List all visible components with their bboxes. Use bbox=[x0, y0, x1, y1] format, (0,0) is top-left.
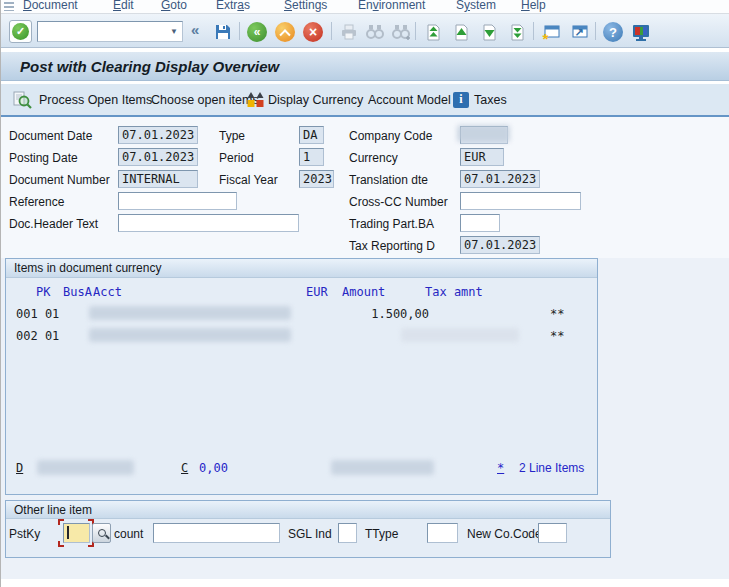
save-icon bbox=[214, 23, 232, 41]
menu-document[interactable]: Document bbox=[23, 0, 78, 13]
account-model-button[interactable]: Account Model bbox=[368, 84, 451, 115]
period-field[interactable]: 1 bbox=[299, 148, 324, 166]
translation-date-field[interactable]: 07.01.2023 bbox=[460, 170, 540, 188]
process-open-items-button[interactable]: Process Open Items bbox=[39, 84, 152, 115]
pstky-field[interactable] bbox=[63, 523, 90, 543]
sgl-ind-label: SGL Ind bbox=[288, 525, 332, 543]
create-shortcut-button[interactable]: ↗ bbox=[567, 21, 591, 43]
find-next-button[interactable] bbox=[389, 21, 413, 43]
credit-total-label[interactable]: C bbox=[181, 461, 188, 475]
window-menu-icon[interactable] bbox=[4, 2, 14, 11]
item-2-tax: ** bbox=[550, 329, 564, 343]
reference-field[interactable] bbox=[118, 192, 237, 210]
system-toolbar: ✓ ▼ « « × bbox=[1, 14, 729, 48]
last-page-button[interactable] bbox=[505, 21, 529, 43]
column-header-busa: BusA bbox=[63, 285, 92, 299]
monitor-icon bbox=[631, 23, 651, 42]
credit-total-value: 0,00 bbox=[199, 461, 228, 475]
line-items-count: 2 Line Items bbox=[519, 461, 584, 475]
sgl-ind-field[interactable] bbox=[338, 523, 357, 543]
type-label: Type bbox=[219, 127, 245, 145]
type-field[interactable]: DA bbox=[299, 126, 324, 144]
process-open-items-icon-button[interactable] bbox=[11, 84, 33, 115]
f4-search-button[interactable] bbox=[92, 523, 111, 543]
chevron-down-icon[interactable]: ▼ bbox=[166, 22, 182, 41]
cross-cc-number-field[interactable] bbox=[460, 192, 581, 210]
item-1-amount: 1.500,00 bbox=[329, 307, 429, 321]
trading-part-ba-label: Trading Part.BA bbox=[349, 215, 434, 233]
account-field[interactable] bbox=[153, 523, 280, 543]
menu-system[interactable]: System bbox=[456, 0, 496, 13]
back-button[interactable]: « bbox=[245, 21, 269, 43]
find-button[interactable] bbox=[363, 21, 387, 43]
document-date-field[interactable]: 07.01.2023 bbox=[118, 126, 198, 144]
tax-reporting-date-label: Tax Reporting D bbox=[349, 237, 435, 255]
column-header-tax: Tax amnt bbox=[425, 285, 483, 299]
item-1-keys: 001 01 bbox=[16, 307, 59, 321]
find-next-icon bbox=[391, 23, 411, 41]
column-header-currency: EUR bbox=[306, 285, 328, 299]
menu-help[interactable]: Help bbox=[521, 0, 546, 13]
taxes-button[interactable]: i Taxes bbox=[453, 84, 507, 115]
previous-page-icon bbox=[453, 23, 470, 42]
print-button[interactable] bbox=[337, 21, 361, 43]
item-1-tax: ** bbox=[550, 307, 564, 321]
redacted-account-1 bbox=[89, 306, 291, 320]
help-icon: ? bbox=[603, 22, 623, 42]
customize-layout-button[interactable] bbox=[629, 21, 653, 43]
menu-extras[interactable]: Extras bbox=[216, 0, 250, 13]
fiscal-year-field[interactable]: 2023 bbox=[299, 170, 334, 188]
menu-environment[interactable]: Environment bbox=[358, 0, 425, 13]
exit-icon bbox=[275, 22, 295, 42]
next-page-button[interactable] bbox=[477, 21, 501, 43]
trading-part-ba-field[interactable] bbox=[460, 214, 500, 232]
menu-settings[interactable]: Settings bbox=[284, 0, 327, 13]
company-code-label: Company Code bbox=[349, 127, 432, 145]
enter-button[interactable]: ✓ bbox=[9, 20, 32, 43]
previous-page-button[interactable] bbox=[449, 21, 473, 43]
info-icon: i bbox=[453, 92, 469, 108]
next-page-icon bbox=[481, 23, 498, 42]
column-header-pk: PK bbox=[36, 285, 50, 299]
star-total-label[interactable]: * bbox=[497, 461, 504, 475]
redacted-debit-total bbox=[37, 460, 134, 475]
collapse-toolbar-icon[interactable]: « bbox=[191, 21, 199, 38]
other-line-item-title: Other line item bbox=[6, 501, 610, 519]
command-input[interactable] bbox=[38, 22, 166, 41]
display-currency-button[interactable]: Display Currency bbox=[246, 84, 363, 115]
debit-total-label[interactable]: D bbox=[16, 461, 23, 475]
new-co-code-field[interactable] bbox=[538, 523, 567, 543]
redacted-amount-2 bbox=[401, 328, 519, 342]
last-page-icon bbox=[509, 23, 526, 42]
new-co-code-label: New Co.Code bbox=[467, 525, 542, 543]
first-page-button[interactable] bbox=[421, 21, 445, 43]
redacted-account-2 bbox=[89, 328, 291, 342]
posting-date-field[interactable]: 07.01.2023 bbox=[118, 148, 198, 166]
translation-date-label: Translation dte bbox=[349, 171, 428, 189]
print-icon bbox=[339, 23, 359, 41]
ttype-label: TType bbox=[365, 525, 398, 543]
redacted-balance bbox=[331, 460, 434, 475]
help-button[interactable]: ? bbox=[601, 21, 625, 43]
posting-date-label: Posting Date bbox=[9, 149, 78, 167]
command-field: ▼ bbox=[37, 21, 183, 42]
menu-goto[interactable]: Goto bbox=[161, 0, 187, 13]
cancel-button[interactable]: × bbox=[301, 21, 325, 43]
first-page-icon bbox=[425, 23, 442, 42]
currency-field[interactable]: EUR bbox=[460, 148, 504, 166]
pstky-label: PstKy bbox=[9, 525, 40, 543]
find-icon bbox=[365, 23, 385, 41]
period-label: Period bbox=[219, 149, 254, 167]
choose-open-items-button[interactable]: Choose open items bbox=[151, 84, 259, 115]
doc-header-text-field[interactable] bbox=[118, 214, 299, 232]
menu-edit[interactable]: Edit bbox=[113, 0, 134, 13]
ttype-field[interactable] bbox=[427, 523, 458, 543]
new-session-icon: * bbox=[542, 23, 561, 41]
new-session-button[interactable]: * bbox=[539, 21, 563, 43]
document-magnifier-icon bbox=[11, 90, 33, 110]
document-number-field[interactable]: INTERNAL bbox=[118, 170, 198, 188]
save-button[interactable] bbox=[211, 21, 235, 43]
exit-button[interactable] bbox=[273, 21, 297, 43]
text-cursor bbox=[67, 526, 69, 539]
tax-reporting-date-field[interactable]: 07.01.2023 bbox=[460, 236, 540, 254]
